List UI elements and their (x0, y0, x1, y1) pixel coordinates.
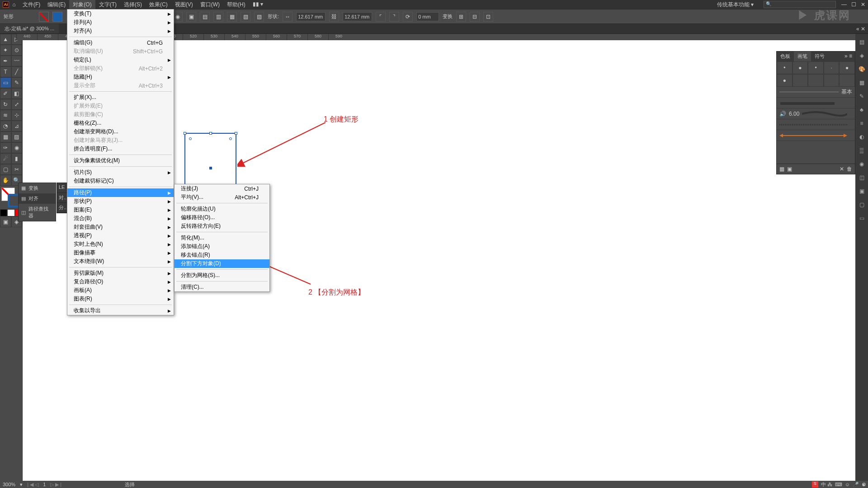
rotate-tool[interactable]: ↻ (0, 99, 11, 110)
scale-tool[interactable]: ⤢ (11, 99, 23, 110)
zoom-level[interactable]: 300% (3, 482, 15, 487)
brush-stroke-sample-4[interactable] (779, 132, 847, 139)
corner-icon[interactable]: ⌜ (376, 12, 386, 22)
panel-transform[interactable]: ▦ 变换 (19, 183, 56, 193)
menu-item[interactable]: 设为像素级优化(M) (67, 156, 174, 165)
align2-icon[interactable]: ▤ (200, 12, 210, 22)
menu-item[interactable]: 路径(P)▶ (67, 188, 174, 197)
menu-item[interactable]: 偏移路径(O)... (175, 213, 269, 222)
link-icon[interactable]: ⛓ (329, 12, 339, 22)
tab-brushes[interactable]: 画笔 (794, 52, 811, 61)
swatches-icon[interactable]: ▦ (857, 78, 866, 87)
menu-item[interactable]: 文本绕排(W)▶ (67, 257, 174, 266)
tab-symbols[interactable]: 符号 (811, 52, 828, 61)
corner2-icon[interactable]: ⌝ (389, 12, 399, 22)
panel-align[interactable]: ▤ 对齐 (19, 193, 56, 204)
menu-item[interactable]: 裁剪图像(C) (67, 110, 174, 119)
menu-item[interactable]: 变换(T)▶ (67, 9, 174, 18)
align5-icon[interactable]: ▧ (241, 12, 250, 22)
paintbrush-tool[interactable]: ✎ (11, 77, 23, 88)
menu-item[interactable]: 创建渐变网格(D)... (67, 127, 174, 136)
menu-item[interactable]: 栅格化(Z)... (67, 119, 174, 127)
free-transform-tool[interactable]: ⊹ (11, 110, 23, 121)
stroke-swatch[interactable] (52, 12, 62, 22)
rectangle-tool[interactable]: ▭ (0, 77, 11, 88)
panel-new-icon[interactable]: ✕ (840, 166, 844, 172)
libraries-icon[interactable]: ◈ (857, 51, 866, 60)
menu-item[interactable]: 收集以导出▶ (67, 306, 174, 315)
menu-item[interactable]: 编组(G)Ctrl+G (67, 38, 174, 47)
menu-item[interactable]: 透视(P)▶ (67, 231, 174, 240)
menu-item[interactable]: 锁定(L)▶ (67, 56, 174, 64)
menu-edit[interactable]: 编辑(E) (44, 0, 69, 9)
menu-arrange[interactable]: ▮▮ ▾ (249, 0, 267, 9)
lasso-tool[interactable]: ⊙ (11, 45, 23, 56)
menu-item[interactable]: 简化(M)... (175, 234, 269, 242)
selection-tool[interactable]: ▲ (0, 34, 11, 45)
menu-item[interactable]: 封套扭曲(V)▶ (67, 223, 174, 231)
menu-help[interactable]: 帮助(H) (223, 0, 249, 9)
gradient-tool[interactable]: ▨ (11, 131, 23, 142)
align4-icon[interactable]: ▦ (227, 12, 237, 22)
stroke-panel-icon[interactable]: ≡ (857, 119, 866, 128)
layers-icon[interactable]: ▣ (857, 187, 866, 196)
width-tool[interactable]: ≋ (0, 110, 11, 121)
menu-item[interactable]: 形状(P)▶ (67, 197, 174, 206)
transform3-icon[interactable]: ⊡ (483, 12, 493, 22)
panel-menu-icon[interactable]: » ≡ (842, 52, 855, 61)
menu-item[interactable]: 清理(C)... (175, 283, 269, 291)
stock-search[interactable]: 🔍 (764, 1, 836, 8)
appearance-icon[interactable]: ◉ (857, 160, 866, 169)
menu-object[interactable]: 对象(O) (69, 0, 95, 9)
corner-value[interactable] (416, 12, 439, 21)
height-value[interactable] (343, 12, 372, 21)
slice-tool[interactable]: ✂ (11, 164, 23, 175)
curvature-tool[interactable]: 〰 (11, 56, 23, 66)
menu-view[interactable]: 视图(V) (171, 0, 197, 9)
menu-item[interactable]: 扩展外观(E) (67, 102, 174, 110)
type-tool[interactable]: T (0, 66, 11, 77)
panel-btn-1[interactable]: ▦ (779, 166, 784, 172)
menu-file[interactable]: 文件(F) (19, 0, 44, 9)
menu-item[interactable]: 拼合透明度(F)... (67, 145, 174, 153)
gradient-panel-icon[interactable]: ◐ (857, 132, 866, 141)
blend-tool[interactable]: ◉ (11, 142, 23, 153)
brush-2[interactable]: ● (793, 61, 808, 74)
line-tool[interactable]: ╱ (11, 66, 23, 77)
color-icon[interactable]: 🎨 (857, 65, 866, 74)
perspective-tool[interactable]: ⊿ (11, 121, 23, 131)
menu-type[interactable]: 文字(T) (95, 0, 120, 9)
menu-item[interactable]: 复合路径(O)▶ (67, 277, 174, 286)
menu-item[interactable]: 分割为网格(S)... (175, 271, 269, 280)
menu-item[interactable]: 画板(A)▶ (67, 286, 174, 295)
menu-item[interactable]: 分割下方对象(D) (175, 259, 269, 268)
shaper-tool[interactable]: ✐ (0, 88, 11, 99)
menu-item[interactable]: 轮廓化描边(U) (175, 205, 269, 213)
menu-item[interactable]: 对齐(A)▶ (67, 27, 174, 35)
menu-item[interactable]: 图像描摹▶ (67, 249, 174, 257)
symbol-sprayer-tool[interactable]: ☄ (0, 153, 11, 164)
tray-settings-icon[interactable]: ⚙ (862, 482, 866, 488)
menu-item[interactable]: 排列(A)▶ (67, 18, 174, 27)
menu-item[interactable]: 显示全部Alt+Ctrl+3 (67, 81, 174, 90)
pen-tool[interactable]: ✒ (0, 56, 11, 66)
menu-item[interactable]: 取消编组(U)Shift+Ctrl+G (67, 47, 174, 56)
width-value[interactable] (296, 12, 326, 21)
brush-stroke-sample-2[interactable] (802, 110, 847, 117)
eyedropper-tool[interactable]: ✑ (0, 142, 11, 153)
magic-wand-tool[interactable]: ✦ (0, 45, 11, 56)
brush-4[interactable]: · (824, 61, 840, 74)
menu-item[interactable]: 添加锚点(A) (175, 242, 269, 251)
mesh-tool[interactable]: ▦ (0, 131, 11, 142)
graphic-styles-icon[interactable]: ◫ (857, 173, 866, 182)
column-graph-tool[interactable]: ▮ (11, 153, 23, 164)
recolor-icon[interactable]: ◉ (173, 12, 183, 22)
panel-pathfinder[interactable]: ◫ 路径查找器 (19, 204, 56, 221)
menu-item[interactable]: 隐藏(H)▶ (67, 73, 174, 81)
menu-item[interactable]: 图表(R)▶ (67, 295, 174, 303)
menu-item[interactable]: 反转路径方向(E) (175, 222, 269, 230)
tab-swatches[interactable]: 色板 (777, 52, 794, 61)
panel-delete-icon[interactable]: 🗑 (847, 166, 852, 172)
screen-mode-tool[interactable]: ▣ (0, 216, 11, 227)
align3-icon[interactable]: ▥ (213, 12, 223, 22)
